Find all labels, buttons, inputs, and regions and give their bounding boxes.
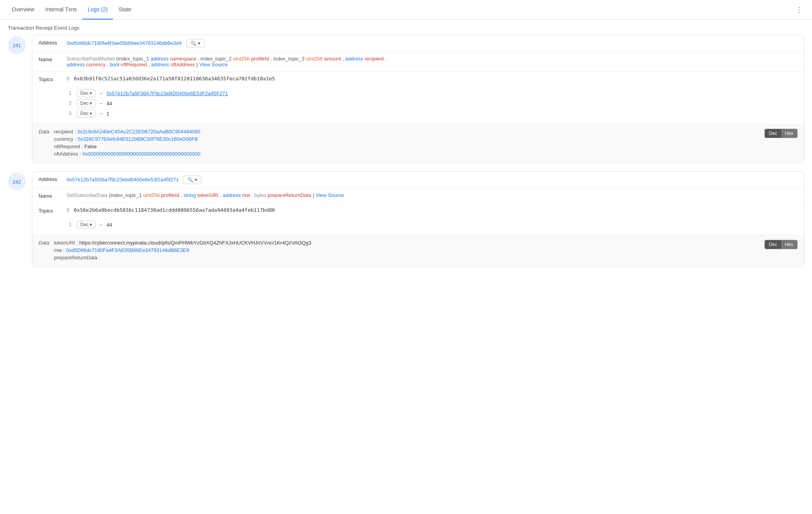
search-icon-241: 🔍: [191, 41, 196, 46]
more-options-button[interactable]: ⋮: [793, 2, 806, 17]
data-tokenuri-value-242: https://cyberconnect.mypinata.cloud/ipfs…: [79, 240, 312, 246]
topic-1-row-242: 1 Dec ▾ → 44: [67, 221, 112, 229]
tab-bar: Overview Internal Txns Logs (2) State ⋮: [0, 0, 812, 19]
data-values-242: tokenURI : https://cyberconnect.mypinata…: [54, 240, 311, 262]
name-value-241: SubscribePaidMwSet (index_topic_1 addres…: [67, 56, 798, 67]
name-section-241: Name SubscribePaidMwSet (index_topic_1 a…: [32, 52, 804, 72]
data-values-241: recipient : 0x2c9c6A240eC45Ac2C22E5B720a…: [54, 129, 200, 158]
name-label-242: Name: [39, 192, 62, 199]
search-dropdown-icon-241: ▾: [198, 41, 200, 46]
data-section-241: Data recipient : 0x2c9c6A240eC45Ac2C22E5…: [32, 124, 804, 163]
topic-0-value-242: 0x56e2b6a9becdb5836c1184738ad1cddd009655…: [74, 207, 275, 213]
address-label-242: Address: [39, 175, 62, 182]
name-text-242: SetSubscribeData (index_topic_1 uint256 …: [67, 192, 344, 198]
search-button-242[interactable]: 🔍 ▾: [183, 175, 201, 184]
tab-logs[interactable]: Logs (2): [82, 0, 113, 19]
name-text-241: SubscribePaidMwSet (index_topic_1 addres…: [67, 56, 387, 62]
data-row-preparereturndata-242: prepareReturnData :: [54, 255, 311, 261]
data-nftrequired-value-241: False: [85, 144, 97, 149]
view-source-link-242[interactable]: View Source: [316, 192, 344, 198]
view-source-link-241[interactable]: View Source: [199, 62, 228, 67]
data-row-nftaddress-241: nftAddress : 0x0000000000000000000000000…: [54, 151, 200, 157]
name-label-241: Name: [39, 56, 62, 62]
log-entry-242: 242 Address 0x57e12b7a5f38a7f9c23ebd0400…: [8, 171, 804, 267]
data-section-242: Data tokenURI : https://cyberconnect.myp…: [32, 235, 804, 267]
data-recipient-link-241[interactable]: 0x2c9c6A240eC45Ac2C22E5B720aAaB0C9044840…: [77, 129, 200, 135]
data-label-241: Data: [39, 129, 49, 158]
name-value-242: SetSubscribeData (index_topic_1 uint256 …: [67, 192, 798, 198]
hex-btn-242[interactable]: Hex: [781, 240, 797, 249]
data-row-tokenuri-242: tokenURI : https://cyberconnect.mypinata…: [54, 240, 311, 246]
log-body-242: Address 0x57e12b7a5f38a7f9c23ebd0400e6e5…: [32, 171, 804, 267]
data-mw-link-242[interactable]: 0xd5D66dc7180Fa4F3AE05B66Ee34793146dB6E3…: [66, 247, 189, 253]
name-text2-241: address currency , bool nftRequired , ad…: [67, 62, 228, 67]
search-icon-242: 🔍: [187, 177, 193, 183]
topics-items-242: 1 Dec ▾ → 44: [67, 221, 112, 231]
page-title: Transaction Receipt Event Logs: [0, 19, 812, 35]
topic-0-value-241: 0x63b91f8c521ac51a03dd36e2a171a58f812811…: [74, 76, 275, 82]
topic-1-row-241: 1 Dec ▾ → 0x57e12b7a5F38A7F9c23eBD0400e6…: [67, 89, 228, 97]
address-value-242: 0x57e12b7a5f38a7f9c23ebd0400e6e53f2a45f2…: [67, 175, 798, 184]
log-number-241: 241: [8, 36, 26, 54]
topic-3-value-241: 1: [106, 111, 109, 117]
data-row-currency-241: currency : 0x326C977E6efc84E512bB9C30f76…: [54, 136, 200, 142]
data-label-242: Data: [39, 240, 49, 262]
tab-state[interactable]: State: [113, 0, 137, 19]
topics-section-242: Topics 0 0x56e2b6a9becdb5836c1184738ad1c…: [32, 203, 804, 235]
dec-btn-topic-2-241[interactable]: Dec ▾: [77, 99, 95, 107]
search-button-241[interactable]: 🔍 ▾: [186, 39, 205, 48]
topic-0-row-242: 0 0x56e2b6a9becdb5836c1184738ad1cddd0096…: [67, 207, 275, 214]
topic-2-row-241: 2 Dec ▾ → 44: [67, 99, 228, 107]
dec-btn-topic-1-241[interactable]: Dec ▾: [77, 89, 95, 97]
dec-btn-242[interactable]: Dec: [765, 240, 781, 249]
address-link-241[interactable]: 0xd5d66dc7180fa4f3ae05b66ee34793146db6e3…: [67, 40, 182, 46]
dec-hex-group-242: Dec Hex: [764, 240, 798, 249]
name-section-242: Name SetSubscribeData (index_topic_1 uin…: [32, 188, 804, 203]
topic-2-value-241: 44: [106, 101, 112, 106]
dec-hex-group-241: Dec Hex: [764, 129, 798, 138]
topic-0-row-241: 0 0x63b91f8c521ac51a03dd36e2a171a58f8128…: [67, 76, 275, 82]
data-row-recipient-241: recipient : 0x2c9c6A240eC45Ac2C22E5B720a…: [54, 129, 200, 135]
address-value-241: 0xd5d66dc7180fa4f3ae05b66ee34793146db6e3…: [67, 39, 798, 48]
topic-1-value-242: 44: [106, 222, 112, 228]
func-name-242: SetSubscribeData: [67, 192, 108, 198]
data-nftaddress-link-241[interactable]: 0x00000000000000000000000000000000000000…: [82, 151, 200, 157]
dec-btn-topic-3-241[interactable]: Dec ▾: [77, 110, 95, 117]
topics-label-241: Topics: [39, 76, 62, 82]
topics-label-242: Topics: [39, 207, 62, 214]
address-section-242: Address 0x57e12b7a5f38a7f9c23ebd0400e6e5…: [32, 172, 804, 188]
log-entry-241: 241 Address 0xd5d66dc7180fa4f3ae05b66ee3…: [8, 35, 804, 163]
logs-content: 241 Address 0xd5d66dc7180fa4f3ae05b66ee3…: [0, 35, 812, 283]
address-section-241: Address 0xd5d66dc7180fa4f3ae05b66ee34793…: [32, 35, 804, 52]
data-currency-link-241[interactable]: 0x326C977E6efc84E512bB9C30f76E30c160eD06…: [78, 136, 198, 142]
tab-internal-txns[interactable]: Internal Txns: [40, 0, 82, 19]
topics-section-241: Topics 0 0x63b91f8c521ac51a03dd36e2a171a…: [32, 72, 804, 124]
log-body-241: Address 0xd5d66dc7180fa4f3ae05b66ee34793…: [32, 35, 804, 163]
topics-items-241: 1 Dec ▾ → 0x57e12b7a5F38A7F9c23eBD0400e6…: [67, 89, 228, 120]
hex-btn-241[interactable]: Hex: [781, 129, 797, 138]
address-link-242[interactable]: 0x57e12b7a5f38a7f9c23ebd0400e6e53f2a45f2…: [67, 177, 179, 183]
data-row-mw-242: mw : 0xd5D66dc7180Fa4F3AE05B66Ee34793146…: [54, 247, 311, 253]
address-label-241: Address: [39, 39, 62, 46]
topic-3-row-241: 3 Dec ▾ → 1: [67, 110, 228, 117]
func-name-241: SubscribePaidMwSet: [67, 56, 115, 62]
tab-overview[interactable]: Overview: [6, 0, 40, 19]
search-dropdown-icon-242: ▾: [195, 177, 197, 183]
data-row-nftrequired-241: nftRequired : False: [54, 144, 200, 149]
dec-btn-topic-1-242[interactable]: Dec ▾: [77, 221, 95, 229]
dec-btn-241[interactable]: Dec: [765, 129, 781, 138]
topic-1-value-241[interactable]: 0x57e12b7a5F38A7F9c23eBD0400e6E53F2a45F2…: [106, 90, 228, 96]
log-number-242: 242: [8, 173, 26, 191]
